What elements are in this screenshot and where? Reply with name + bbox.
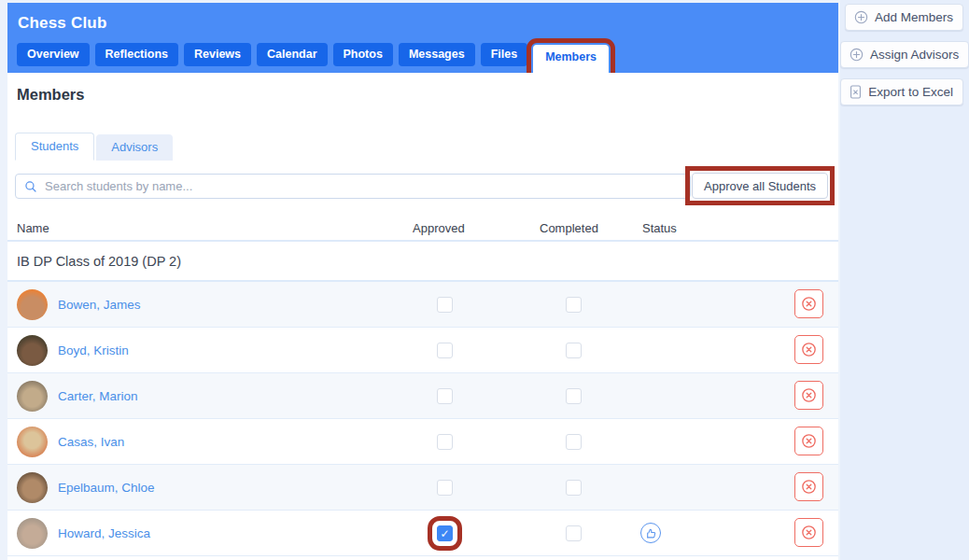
search-box [15, 174, 691, 199]
members-sub-tab-bar: StudentsAdvisors [15, 133, 173, 161]
button-label: Assign Advisors [870, 48, 959, 62]
page-title: Members [17, 86, 84, 104]
student-name-link[interactable]: Epelbaum, Chloe [58, 481, 155, 495]
page: Chess Club OverviewReflectionsReviewsCal… [0, 0, 969, 560]
nav-tab-reflections[interactable]: Reflections [95, 43, 178, 66]
approved-checkbox[interactable]: ✓ [437, 525, 453, 541]
club-title: Chess Club [18, 14, 107, 33]
members-panel: Members StudentsAdvisors Approve all Stu… [7, 73, 838, 560]
column-header-approved: Approved [413, 221, 465, 235]
search-icon [24, 180, 37, 197]
approved-checkbox[interactable] [437, 434, 453, 450]
nav-tab-calendar[interactable]: Calendar [257, 43, 328, 66]
button-label: Add Members [875, 10, 953, 24]
search-input[interactable] [45, 175, 680, 197]
tab-students[interactable]: Students [15, 133, 94, 161]
completed-checkbox[interactable] [566, 297, 582, 313]
tab-advisors[interactable]: Advisors [96, 134, 173, 161]
table-row: Carter, Marion [7, 373, 838, 419]
annotation-box-approve-all: Approve all Students [685, 166, 835, 205]
student-name-link[interactable]: Carter, Marion [58, 389, 138, 403]
button-label: Export to Excel [868, 85, 953, 99]
approved-checkbox[interactable] [437, 388, 453, 404]
avatar [17, 472, 48, 503]
student-rows: Bowen, JamesBoyd, KristinCarter, MarionC… [7, 282, 838, 556]
student-name-link[interactable]: Bowen, James [58, 298, 141, 312]
group-header: IB DP Class of 2019 (DP 2) [7, 242, 838, 282]
avatar [17, 381, 48, 412]
approve-all-students-button[interactable]: Approve all Students [692, 173, 828, 199]
student-name-link[interactable]: Howard, Jessica [58, 526, 150, 540]
nav-tab-files[interactable]: Files [481, 43, 528, 66]
avatar [17, 335, 48, 366]
export-file-icon [850, 85, 862, 99]
check-icon: ✓ [438, 526, 452, 540]
table-header-row: Name Approved Completed Status [7, 217, 838, 242]
assign-advisors-button[interactable]: Assign Advisors [840, 41, 969, 68]
search-row: Approve all Students [7, 173, 838, 200]
avatar [17, 289, 48, 320]
nav-tab-members[interactable]: Members [533, 45, 609, 73]
action-sidebar: Add MembersAssign AdvisorsExport to Exce… [838, 0, 969, 560]
completed-checkbox[interactable] [566, 480, 582, 496]
table-row: Bowen, James [7, 282, 838, 328]
approved-checkbox[interactable] [437, 480, 453, 496]
nav-tab-photos[interactable]: Photos [333, 43, 393, 66]
table-row: Epelbaum, Chloe [7, 465, 838, 511]
add-members-button[interactable]: Add Members [845, 4, 963, 31]
completed-checkbox[interactable] [566, 388, 582, 404]
circle-plus-icon [850, 48, 864, 62]
column-header-name: Name [17, 221, 49, 235]
remove-member-button[interactable] [794, 335, 823, 364]
table-row: Howard, Jessica✓ [7, 511, 838, 556]
column-header-completed: Completed [540, 221, 598, 235]
nav-tab-messages[interactable]: Messages [399, 43, 475, 66]
table-row: Casas, Ivan [7, 419, 838, 465]
nav-tab-reviews[interactable]: Reviews [184, 43, 251, 66]
completed-checkbox[interactable] [566, 525, 582, 541]
completed-checkbox[interactable] [566, 434, 582, 450]
student-name-link[interactable]: Boyd, Kristin [58, 343, 129, 357]
circle-plus-icon [854, 10, 868, 24]
thumbs-up-status-icon [640, 523, 661, 543]
main-panel: Chess Club OverviewReflectionsReviewsCal… [7, 0, 838, 560]
remove-member-button[interactable] [794, 381, 823, 410]
remove-member-button[interactable] [794, 518, 823, 547]
approve-all-students-label: Approve all Students [704, 179, 816, 193]
student-name-link[interactable]: Casas, Ivan [58, 435, 124, 449]
nav-tab-overview[interactable]: Overview [17, 43, 90, 66]
export-to-excel-button[interactable]: Export to Excel [840, 78, 963, 105]
column-header-status: Status [642, 221, 677, 235]
remove-member-button[interactable] [794, 427, 823, 455]
remove-member-button[interactable] [794, 472, 823, 501]
approved-checkbox[interactable] [437, 297, 453, 313]
avatar [17, 427, 48, 457]
remove-member-button[interactable] [794, 289, 823, 318]
nav-tab-bar: OverviewReflectionsReviewsCalendarPhotos… [17, 43, 609, 73]
approved-checkbox[interactable] [437, 343, 453, 358]
table-row: Boyd, Kristin [7, 328, 838, 373]
club-header: Chess Club OverviewReflectionsReviewsCal… [7, 3, 838, 73]
completed-checkbox[interactable] [566, 343, 582, 358]
avatar [17, 518, 48, 549]
